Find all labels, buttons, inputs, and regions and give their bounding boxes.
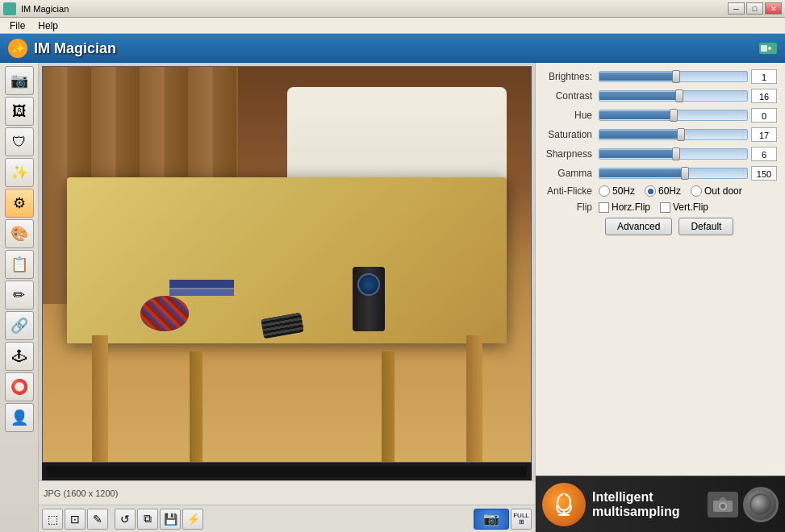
contrast-slider[interactable] [599,90,748,102]
bottom-banner: Intelligent multisampling [536,476,785,532]
crop-tool-btn[interactable]: ⬚ [42,509,63,530]
radio-60hz-circle[interactable] [645,185,656,197]
vert-flip-checkbox[interactable] [660,202,670,213]
radio-60hz[interactable]: 60Hz [645,185,681,197]
hue-value[interactable]: 0 [751,108,777,123]
banner-icons-right [708,487,779,522]
radio-50hz-label: 50Hz [612,185,635,197]
brightness-fill [599,73,676,81]
controls-area: Brightnes: 1 Contrast 16 Hue [536,63,785,476]
sharpness-thumb[interactable] [672,148,680,160]
banner-lens-icon [743,487,779,522]
sidebar-layers-btn[interactable]: 📋 [5,250,34,279]
sidebar-circle-btn[interactable]: ⭕ [5,372,34,401]
horz-flip-option[interactable]: Horz.Flip [599,202,650,213]
brightness-thumb[interactable] [672,70,680,83]
gamma-thumb[interactable] [681,167,689,180]
minimize-button[interactable]: ─ [728,2,745,15]
speaker-object [353,267,385,331]
sharpness-value[interactable]: 6 [751,147,777,161]
sidebar-magic-btn[interactable]: ✨ [5,158,34,187]
gamma-slider[interactable] [599,168,748,179]
title-bar-text: IM Magician [21,4,728,14]
copy-btn[interactable]: ⧉ [137,509,158,530]
table-leg-left [92,335,108,462]
image-area [39,63,535,480]
horz-flip-checkbox[interactable] [599,202,609,213]
radio-outdoor-circle[interactable] [691,185,702,197]
radio-outdoor[interactable]: Out door [691,185,742,197]
hue-label: Hue [544,110,599,121]
anti-flicker-options: 50Hz 60Hz Out door [599,185,742,197]
sidebar-connect-btn[interactable]: 🔗 [5,311,34,340]
sidebar-palette-btn[interactable]: 🎨 [5,219,34,248]
flip-options: Horz.Flip Vert.Flip [599,202,708,213]
hue-thumb[interactable] [670,109,678,122]
banner-icon [542,483,586,526]
book-object [169,280,234,296]
sharpness-slider[interactable] [599,148,748,160]
menu-bar: File Help [0,18,785,34]
sidebar-edit-btn[interactable]: ✏ [5,281,34,310]
left-sidebar: 📷 🖼 🛡 ✨ ⚙ 🎨 📋 ✏ 🔗 🕹 ⭕ 👤 [0,63,39,532]
saturation-label: Saturation [544,129,599,140]
rotate-left-btn[interactable]: ↺ [115,509,136,530]
capture-btn[interactable]: 📷 [474,509,509,530]
brightness-label: Brightnes: [544,71,599,82]
default-button[interactable]: Default [679,218,733,235]
app-header: ✨ IM Magician [0,34,785,63]
contrast-thumb[interactable] [675,89,683,102]
contrast-value[interactable]: 16 [751,89,777,103]
fullscreen-btn[interactable]: FULL ⊞ [511,509,532,530]
radio-50hz-circle[interactable] [599,185,610,197]
brightness-value[interactable]: 1 [751,69,777,84]
horz-flip-label: Horz.Flip [612,202,650,213]
resize-tool-btn[interactable]: ⊡ [65,509,86,530]
gamma-label: Gamma [544,168,599,179]
saturation-slider[interactable] [599,129,748,140]
main-area: 📷 🖼 🛡 ✨ ⚙ 🎨 📋 ✏ 🔗 🕹 ⭕ 👤 [0,63,785,532]
radio-outdoor-label: Out door [704,185,742,197]
advanced-button[interactable]: Advanced [605,218,672,235]
radio-50hz[interactable]: 50Hz [599,185,635,197]
anti-flicker-label: Anti-Flicke [544,185,599,197]
menu-help[interactable]: Help [31,18,65,34]
sidebar-image-btn[interactable]: 🖼 [5,97,34,126]
right-panel: Brightnes: 1 Contrast 16 Hue [535,63,785,532]
edit-tool-btn[interactable]: ✎ [87,509,108,530]
vert-flip-option[interactable]: Vert.Flip [660,202,708,213]
vert-flip-label: Vert.Flip [673,202,708,213]
anti-flicker-row: Anti-Flicke 50Hz 60Hz Out door [544,185,777,197]
status-bar: JPG (1600 x 1200) [39,480,535,505]
menu-file[interactable]: File [3,18,31,34]
sidebar-person-btn[interactable]: 👤 [5,403,34,432]
table-leg-center-right [382,351,395,462]
sidebar-camera-btn[interactable]: 📷 [5,66,34,95]
brightness-slider[interactable] [599,71,748,82]
image-container[interactable] [42,66,532,463]
sidebar-joystick-btn[interactable]: 🕹 [5,342,34,371]
banner-line2: multisampling [592,505,701,519]
table-leg-right [466,335,482,462]
save-btn[interactable]: 💾 [160,509,181,530]
sharpness-row: Sharpness 6 [544,147,777,161]
image-black-bar [47,466,527,477]
maximize-button[interactable]: □ [746,2,763,15]
app-header-badge [759,43,777,54]
close-button[interactable]: ✕ [765,2,782,15]
banner-text: Intelligent multisampling [592,490,701,519]
hue-slider[interactable] [599,110,748,121]
flip-label: Flip [544,202,599,213]
svg-point-8 [720,504,725,509]
saturation-thumb[interactable] [677,128,685,141]
flip-row: Flip Horz.Flip Vert.Flip [544,202,777,213]
flash-btn[interactable]: ⚡ [182,509,203,530]
sidebar-gear-btn[interactable]: ⚙ [5,189,34,218]
image-info: JPG (1600 x 1200) [44,488,530,498]
svg-rect-0 [761,45,767,52]
gamma-value[interactable]: 150 [751,166,777,181]
sidebar-shield-btn[interactable]: 🛡 [5,127,34,156]
contrast-fill [599,92,679,100]
saturation-value[interactable]: 17 [751,127,777,142]
lens-inner [750,493,772,516]
